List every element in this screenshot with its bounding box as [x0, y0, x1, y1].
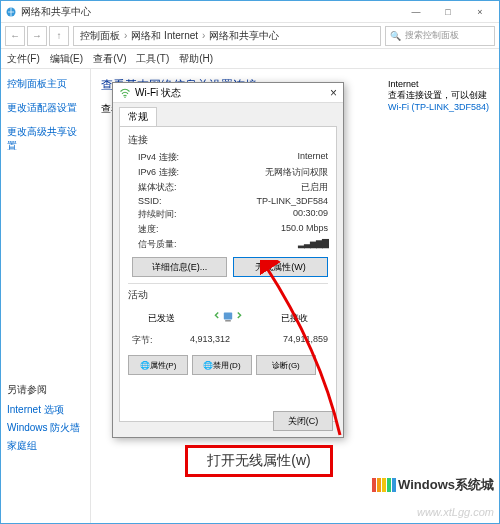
sidebar-home[interactable]: 控制面板主页	[7, 77, 84, 91]
see-also-homegroup[interactable]: 家庭组	[7, 439, 80, 453]
breadcrumb-sep: ›	[202, 30, 205, 41]
tab-general[interactable]: 常规	[119, 107, 157, 126]
activity-row: 已发送 已接收	[128, 308, 328, 328]
see-also-internet-options[interactable]: Internet 选项	[7, 403, 80, 417]
details-button[interactable]: 详细信息(E)...	[132, 257, 227, 277]
menu-edit[interactable]: 编辑(E)	[50, 52, 83, 66]
row-speed: 速度:150.0 Mbps	[138, 223, 328, 236]
row-signal: 信号质量:▂▃▅▆▇	[138, 238, 328, 251]
menu-tools[interactable]: 工具(T)	[136, 52, 169, 66]
breadcrumb-path[interactable]: 控制面板 › 网络和 Internet › 网络和共享中心	[73, 26, 381, 46]
minimize-button[interactable]: —	[401, 3, 431, 21]
bytes-sent: 4,913,312	[190, 334, 230, 344]
breadcrumb-bar: ← → ↑ 控制面板 › 网络和 Internet › 网络和共享中心 🔍 搜索…	[1, 23, 499, 49]
title-bar: 网络和共享中心 — □ ×	[1, 1, 499, 23]
dialog-title-bar: Wi-Fi 状态 ×	[113, 83, 343, 103]
see-also: 另请参阅 Internet 选项 Windows 防火墙 家庭组	[7, 383, 80, 457]
sidebar-adapter[interactable]: 更改适配器设置	[7, 101, 84, 115]
breadcrumb-sep: ›	[124, 30, 127, 41]
menu-help[interactable]: 帮助(H)	[179, 52, 213, 66]
connection-section-label: 连接	[128, 133, 328, 147]
window-controls: — □ ×	[401, 3, 495, 21]
activity-section-label: 活动	[128, 288, 328, 302]
dialog-close-icon[interactable]: ×	[330, 86, 337, 100]
svg-point-1	[124, 96, 126, 98]
dialog-title: Wi-Fi 状态	[135, 86, 181, 100]
row-media: 媒体状态:已启用	[138, 181, 328, 194]
annotation-callout: 打开无线属性(w)	[185, 445, 333, 477]
row-ssid: SSID:TP-LINK_3DF584	[138, 196, 328, 206]
watermark-logo: Windows系统城	[372, 476, 494, 494]
logo-bars-icon	[372, 478, 396, 492]
menu-bar: 文件(F) 编辑(E) 查看(V) 工具(T) 帮助(H)	[1, 49, 499, 69]
dialog-body: 连接 IPv4 连接:Internet IPv6 连接:无网络访问权限 媒体状态…	[119, 126, 337, 422]
disable-button[interactable]: 🌐 禁用(D)	[192, 355, 252, 375]
see-also-title: 另请参阅	[7, 383, 80, 397]
watermark-text: Windows系统城	[398, 476, 494, 494]
divider	[128, 283, 328, 284]
forward-button[interactable]: →	[27, 26, 47, 46]
search-icon: 🔍	[390, 31, 401, 41]
sidebar-sharing[interactable]: 更改高级共享设置	[7, 125, 84, 153]
network-icon	[5, 6, 17, 18]
recv-label: 已接收	[281, 312, 308, 325]
close-button[interactable]: ×	[465, 3, 495, 21]
row-duration: 持续时间:00:30:09	[138, 208, 328, 221]
breadcrumb-part[interactable]: 控制面板	[80, 29, 120, 43]
route-label: 查看连接设置，可以创建	[388, 89, 489, 102]
bytes-recv: 74,911,859	[283, 334, 328, 347]
sent-label: 已发送	[148, 312, 175, 325]
close-dialog-button[interactable]: 关闭(C)	[273, 411, 333, 431]
wifi-icon	[119, 87, 131, 99]
row-bytes: 字节: 4,913,312 74,911,859	[132, 334, 328, 347]
row-ipv6: IPv6 连接:无网络访问权限	[138, 166, 328, 179]
up-button[interactable]: ↑	[49, 26, 69, 46]
row-ipv4: IPv4 连接:Internet	[138, 151, 328, 164]
breadcrumb-part[interactable]: 网络和 Internet	[131, 29, 198, 43]
search-input[interactable]: 🔍 搜索控制面板	[385, 26, 495, 46]
menu-view[interactable]: 查看(V)	[93, 52, 126, 66]
search-placeholder: 搜索控制面板	[405, 29, 459, 42]
back-button[interactable]: ←	[5, 26, 25, 46]
see-also-firewall[interactable]: Windows 防火墙	[7, 421, 80, 435]
maximize-button[interactable]: □	[433, 3, 463, 21]
activity-icon	[214, 308, 242, 328]
nav-arrows: ← → ↑	[5, 26, 69, 46]
breadcrumb-part[interactable]: 网络和共享中心	[209, 29, 279, 43]
wireless-properties-button[interactable]: 无线属性(W)	[233, 257, 328, 277]
title-text: 网络和共享中心	[5, 5, 401, 19]
wifi-status-dialog: Wi-Fi 状态 × 常规 连接 IPv4 连接:Internet IPv6 连…	[112, 82, 344, 438]
menu-file[interactable]: 文件(F)	[7, 52, 40, 66]
wifi-link[interactable]: Wi-Fi (TP-LINK_3DF584)	[388, 102, 489, 112]
svg-rect-3	[225, 320, 231, 321]
watermark-url: www.xtLgg.com	[417, 506, 494, 518]
diagnose-button[interactable]: 诊断(G)	[256, 355, 316, 375]
properties-button[interactable]: 🌐 属性(P)	[128, 355, 188, 375]
svg-rect-2	[224, 312, 232, 319]
signal-bars-icon: ▂▃▅▆▇	[298, 238, 328, 251]
internet-label: Internet	[388, 79, 489, 89]
window-title: 网络和共享中心	[21, 5, 91, 19]
